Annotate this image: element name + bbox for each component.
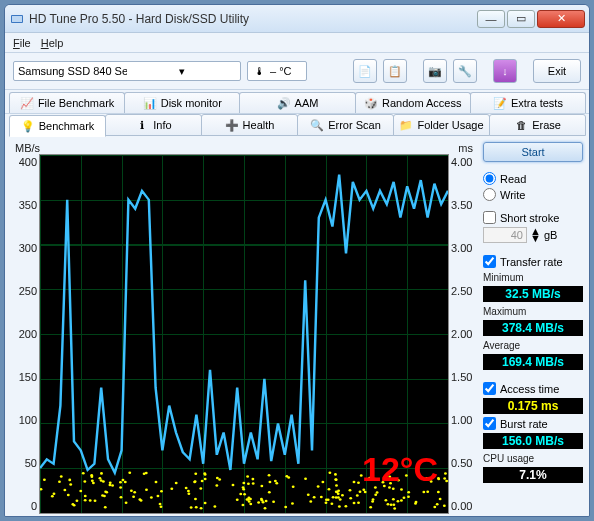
exit-button[interactable]: Exit bbox=[533, 59, 581, 83]
svg-point-129 bbox=[334, 478, 337, 481]
drive-select[interactable]: Samsung SSD 840 Series (120 gB) ▾ bbox=[13, 61, 241, 81]
write-radio[interactable]: Write bbox=[483, 188, 583, 201]
svg-point-172 bbox=[335, 484, 338, 487]
tab-info[interactable]: ℹInfo bbox=[105, 114, 202, 136]
tab-random-access[interactable]: 🎲Random Access bbox=[355, 92, 471, 113]
svg-point-44 bbox=[239, 493, 242, 496]
svg-point-97 bbox=[130, 490, 133, 493]
tab-error-scan[interactable]: 🔍Error Scan bbox=[297, 114, 394, 136]
burst-rate-check[interactable]: Burst rate bbox=[483, 417, 583, 430]
trash-icon: 🗑 bbox=[514, 118, 528, 132]
svg-point-171 bbox=[327, 498, 330, 501]
svg-point-137 bbox=[236, 498, 239, 501]
svg-point-194 bbox=[248, 500, 251, 503]
svg-point-127 bbox=[100, 479, 103, 482]
tab-erase[interactable]: 🗑Erase bbox=[489, 114, 586, 136]
svg-point-174 bbox=[403, 496, 406, 499]
svg-point-150 bbox=[91, 480, 94, 483]
tab-disk-monitor[interactable]: 📊Disk monitor bbox=[124, 92, 240, 113]
svg-point-54 bbox=[349, 497, 352, 500]
titlebar[interactable]: HD Tune Pro 5.50 - Hard Disk/SSD Utility… bbox=[5, 5, 589, 33]
y-axis-left: 400350300250200150100500 bbox=[11, 154, 39, 514]
access-time-value: 0.175 ms bbox=[483, 398, 583, 414]
camera-icon: 📷 bbox=[428, 64, 442, 78]
svg-point-42 bbox=[90, 475, 93, 478]
maximize-button[interactable]: ▭ bbox=[507, 10, 535, 28]
svg-point-3 bbox=[268, 474, 271, 477]
svg-point-128 bbox=[79, 490, 82, 493]
chevron-down-icon: ▾ bbox=[127, 64, 236, 78]
svg-point-99 bbox=[187, 492, 190, 495]
svg-point-35 bbox=[392, 503, 395, 506]
svg-point-108 bbox=[204, 478, 207, 481]
copy-icon: 📄 bbox=[358, 64, 372, 78]
svg-point-115 bbox=[243, 493, 246, 496]
chart-panel: MB/s ms 400350300250200150100500 12°C 4.… bbox=[11, 142, 477, 517]
svg-point-160 bbox=[103, 495, 106, 498]
average-label: Average bbox=[483, 340, 583, 351]
svg-point-189 bbox=[249, 503, 252, 506]
speaker-icon: 🔊 bbox=[277, 96, 291, 110]
copy-screenshot-button[interactable]: 📋 bbox=[383, 59, 407, 83]
svg-point-98 bbox=[437, 491, 440, 494]
svg-point-89 bbox=[422, 491, 425, 494]
options-button[interactable]: 🔧 bbox=[453, 59, 477, 83]
svg-point-162 bbox=[285, 475, 288, 478]
svg-point-186 bbox=[67, 494, 70, 497]
access-time-check[interactable]: Access time bbox=[483, 382, 583, 395]
tab-aam[interactable]: 🔊AAM bbox=[239, 92, 355, 113]
svg-point-85 bbox=[349, 489, 352, 492]
svg-point-57 bbox=[341, 494, 344, 497]
svg-point-38 bbox=[109, 481, 112, 484]
svg-point-145 bbox=[200, 507, 203, 510]
svg-point-175 bbox=[284, 506, 287, 509]
minimize-button[interactable]: — bbox=[477, 10, 505, 28]
svg-point-23 bbox=[242, 482, 245, 485]
transfer-rate-check[interactable]: Transfer rate bbox=[483, 255, 583, 268]
tab-benchmark[interactable]: 💡Benchmark bbox=[9, 115, 106, 137]
menu-file[interactable]: File bbox=[13, 37, 31, 49]
tab-health[interactable]: ➕Health bbox=[201, 114, 298, 136]
svg-point-82 bbox=[264, 507, 267, 510]
svg-point-53 bbox=[364, 491, 367, 494]
y-axis-right: 4.003.503.002.502.001.501.000.500.00 bbox=[449, 154, 477, 514]
svg-point-121 bbox=[369, 506, 372, 509]
svg-point-6 bbox=[359, 491, 362, 494]
short-stroke-check[interactable]: Short stroke bbox=[483, 211, 583, 224]
cpu-usage-label: CPU usage bbox=[483, 453, 583, 464]
menu-help[interactable]: Help bbox=[41, 37, 64, 49]
copy-info-button[interactable]: 📄 bbox=[353, 59, 377, 83]
svg-point-167 bbox=[337, 496, 340, 499]
svg-point-95 bbox=[397, 500, 400, 503]
svg-point-72 bbox=[337, 490, 340, 493]
svg-point-195 bbox=[69, 483, 72, 486]
tab-file-benchmark[interactable]: 📈File Benchmark bbox=[9, 92, 125, 113]
y-right-label: ms bbox=[458, 142, 473, 154]
svg-point-113 bbox=[330, 503, 333, 506]
svg-point-166 bbox=[328, 472, 331, 475]
short-stroke-input[interactable]: 40 ▲▼ gB bbox=[483, 227, 583, 243]
screenshot-button[interactable]: 📷 bbox=[423, 59, 447, 83]
start-button[interactable]: Start bbox=[483, 142, 583, 162]
close-button[interactable]: ✕ bbox=[537, 10, 585, 28]
cpu-usage-value: 7.1% bbox=[483, 467, 583, 483]
svg-point-158 bbox=[272, 500, 275, 503]
svg-point-31 bbox=[128, 472, 131, 475]
svg-point-48 bbox=[332, 496, 335, 499]
svg-point-130 bbox=[400, 499, 403, 502]
read-radio[interactable]: Read bbox=[483, 172, 583, 185]
info-icon: ℹ bbox=[135, 118, 149, 132]
tab-folder-usage[interactable]: 📁Folder Usage bbox=[393, 114, 490, 136]
temperature-display: 🌡 – °C bbox=[247, 61, 307, 81]
tab-extra-tests[interactable]: 📝Extra tests bbox=[470, 92, 586, 113]
svg-point-148 bbox=[242, 488, 245, 491]
svg-point-165 bbox=[407, 491, 410, 494]
svg-rect-1 bbox=[12, 16, 22, 22]
svg-point-190 bbox=[304, 477, 307, 480]
svg-point-12 bbox=[344, 505, 347, 508]
svg-point-154 bbox=[84, 499, 87, 502]
svg-point-22 bbox=[199, 487, 202, 490]
minimize-to-tray-button[interactable]: ↓ bbox=[493, 59, 517, 83]
svg-point-41 bbox=[150, 496, 153, 499]
svg-point-86 bbox=[321, 481, 324, 484]
